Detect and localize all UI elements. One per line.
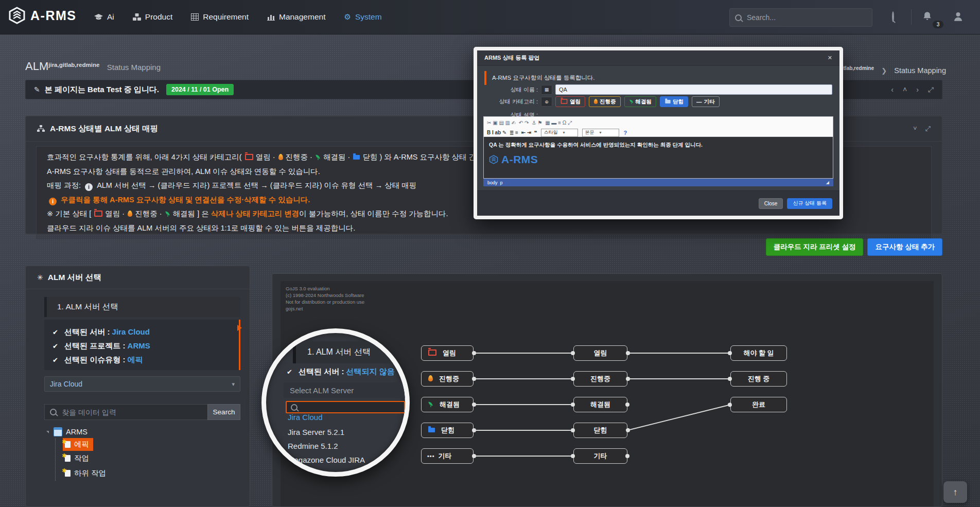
- node-jira-todo[interactable]: 해야 할 일: [730, 345, 787, 361]
- tree-search-button[interactable]: Search: [207, 404, 240, 420]
- status-name-input[interactable]: [555, 84, 832, 95]
- server-option-jira-server[interactable]: Jira Server 5.2.1: [288, 428, 344, 436]
- magnifier-search-input[interactable]: [301, 403, 400, 412]
- server-dropdown[interactable]: Jira Cloud ▾: [44, 376, 240, 392]
- node-mid-etc[interactable]: 기타: [573, 448, 627, 464]
- search-icon: [291, 404, 297, 411]
- scroll-to-top-button[interactable]: ↑: [943, 481, 967, 503]
- issue-doc-icon: [65, 470, 71, 477]
- grid-icon[interactable]: ▦: [541, 85, 552, 95]
- tree-search-input[interactable]: [61, 408, 202, 417]
- search-input[interactable]: [746, 13, 851, 22]
- link-mid-progress-inprogress[interactable]: [627, 378, 730, 379]
- link-mid-closed-done[interactable]: [627, 404, 730, 431]
- folder-closed-icon: [353, 155, 360, 160]
- server-option-megazone[interactable]: Megazone Cloud JIRA: [288, 456, 365, 464]
- prev-icon[interactable]: ‹: [891, 85, 894, 94]
- nav-item-label: Product: [145, 12, 172, 22]
- notifications-button[interactable]: [922, 11, 932, 24]
- seedling-icon: [316, 154, 321, 160]
- tree-search: Search: [44, 404, 240, 420]
- check-icon: ✔: [52, 328, 58, 336]
- modal-submit-button[interactable]: 신규 상태 등록: [787, 198, 832, 209]
- modal-title: ARMS 상태 등록 팝업: [484, 54, 540, 62]
- resize-handle-icon[interactable]: ◢: [826, 180, 829, 185]
- toolbar-row1-icons[interactable]: ✂ ▣ ▤ ▥ ✍ ↶ ↷ ⚓ ⚑ ▦ ▬ ≡ Ω ⤢: [487, 120, 572, 126]
- page-title-sup: jira,gitlab,redmine: [48, 62, 99, 68]
- beta-date-badge: 2024 / 11 / 01 Open: [166, 84, 234, 95]
- collapse-up-icon[interactable]: ˄: [903, 85, 907, 94]
- breadcrumb-separator: ❯: [881, 67, 887, 75]
- style-select[interactable]: 스타일▾: [541, 129, 578, 137]
- category-etc-button[interactable]: —기타: [692, 96, 720, 107]
- tree-item-task[interactable]: 작업: [63, 451, 91, 466]
- nav-item-management[interactable]: Management: [267, 12, 325, 22]
- tree-item-subtask[interactable]: 하위 작업: [63, 466, 108, 481]
- selected-server-row: ✔ 선택된 서버 : Jira Cloud: [52, 325, 239, 339]
- editor-help-button[interactable]: ?: [623, 130, 627, 136]
- highlight-category-change: 상태 카테고리 변경: [235, 209, 299, 218]
- chevron-down-icon: ▾: [232, 381, 235, 388]
- jira-preset-button[interactable]: 클라우드 지라 프리셋 설정: [766, 238, 864, 256]
- node-jira-done[interactable]: 완료: [730, 397, 787, 412]
- search-icon: [50, 409, 57, 415]
- globe-icon[interactable]: ⊕: [541, 97, 552, 107]
- node-jira-inprogress[interactable]: 진행 중: [730, 371, 787, 387]
- graduation-cap-icon: [94, 14, 103, 21]
- dash-icon: —: [696, 99, 702, 105]
- selected-project-value[interactable]: ARMS: [128, 341, 150, 350]
- collapse-icon[interactable]: ˅: [913, 125, 917, 133]
- table-icon: [191, 13, 199, 21]
- selected-server-value[interactable]: Jira Cloud: [112, 327, 150, 336]
- node-arms-etc[interactable]: •••기타: [421, 448, 474, 464]
- link-closed-mid[interactable]: [474, 430, 573, 431]
- magnifier-overlay: 1. ALM 서버 선택 ✔ 선택된 서버 : 선택되지 않음 Select A…: [261, 328, 410, 477]
- category-open-button[interactable]: 열림: [555, 96, 585, 107]
- sidebar-title: ALM 서버 선택: [48, 272, 101, 283]
- nav-item-requirement[interactable]: Requirement: [191, 12, 249, 22]
- add-status-button[interactable]: 요구사항 상태 추가: [867, 238, 942, 256]
- category-progress-button[interactable]: 진행중: [589, 96, 621, 107]
- link-mid-open-todo[interactable]: [627, 353, 730, 354]
- tree-item-epic[interactable]: 에픽: [63, 438, 93, 451]
- node-arms-progress[interactable]: 진행중: [421, 371, 474, 387]
- server-option-redmine[interactable]: Redmine 5.1.2: [288, 442, 338, 450]
- modal-close-button[interactable]: Close: [759, 198, 783, 209]
- link-open-mid[interactable]: [474, 353, 573, 354]
- node-arms-closed[interactable]: 닫힘: [421, 423, 474, 438]
- expand-icon[interactable]: ⤢: [928, 85, 934, 94]
- nav-item-ai[interactable]: Ai: [94, 12, 114, 22]
- editor-toolbar: ✂ ▣ ▤ ▥ ✍ ↶ ↷ ⚓ ⚑ ▦ ▬ ≡ Ω ⤢ B I ab ✎ ≣ ≡…: [483, 116, 833, 137]
- panel-header-icons: ˅ ⤢: [913, 125, 931, 133]
- node-mid-resolved[interactable]: 해결됨: [573, 397, 627, 412]
- sitemap-icon: [37, 125, 45, 132]
- modal-footer: Close 신규 상태 등록: [477, 190, 839, 216]
- format-select[interactable]: 본문▾: [582, 129, 619, 137]
- node-arms-open[interactable]: 열림: [421, 345, 474, 361]
- next-icon[interactable]: ›: [916, 85, 919, 94]
- search-button-icon[interactable]: [892, 12, 894, 22]
- node-mid-progress[interactable]: 진행중: [573, 371, 627, 387]
- nav-item-product[interactable]: Product: [133, 12, 172, 22]
- selected-issuetype-value[interactable]: 에픽: [128, 355, 143, 364]
- server-option-jira-cloud[interactable]: Jira Cloud: [288, 413, 323, 422]
- magnifier-server-dropdown[interactable]: Select ALM Server: [284, 382, 405, 398]
- editor-content[interactable]: QA 는 정확하게 요구사항을 수용하여 서비스에 반영되었는지 확인하는 최종…: [483, 137, 833, 179]
- node-mid-open[interactable]: 열림: [573, 345, 627, 361]
- link-resolved-mid[interactable]: [474, 404, 573, 405]
- expand-icon[interactable]: ⤢: [925, 125, 931, 133]
- tree-root-node[interactable]: ARMS: [46, 426, 240, 438]
- node-mid-closed[interactable]: 닫힘: [573, 423, 627, 438]
- brand[interactable]: A-RMS: [8, 7, 76, 24]
- search-icon: [735, 14, 742, 21]
- user-menu-button[interactable]: [953, 11, 963, 24]
- nav-item-system[interactable]: ⚙ System: [344, 12, 381, 22]
- node-arms-resolved[interactable]: 해결됨: [421, 397, 474, 412]
- link-etc-mid[interactable]: [474, 456, 573, 457]
- link-progress-mid[interactable]: [474, 378, 573, 379]
- tree-expander-icon[interactable]: [46, 431, 49, 433]
- toolbar-row2-icons[interactable]: B I ab ✎ ≣ ≡ ⇤ ⇥ ❝: [487, 130, 537, 135]
- category-resolved-button[interactable]: 해결됨: [624, 96, 657, 107]
- close-icon[interactable]: ✕: [828, 55, 832, 61]
- category-closed-button[interactable]: 닫힘: [660, 96, 688, 107]
